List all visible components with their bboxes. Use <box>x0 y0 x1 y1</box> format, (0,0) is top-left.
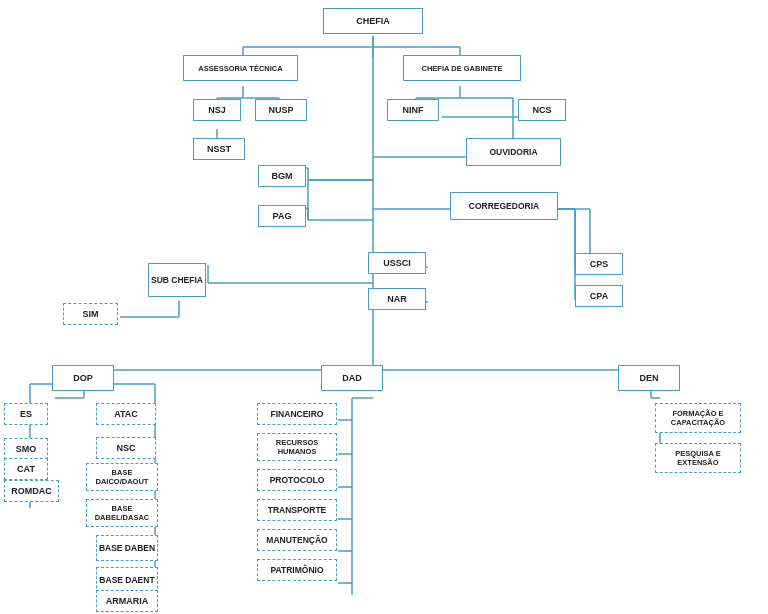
node-cat: CAT <box>4 458 48 480</box>
node-transporte: TRANSPORTE <box>257 499 337 521</box>
node-chefia_gab: CHEFIA DE GABINETE <box>403 55 521 81</box>
node-armaria: ARMARIA <box>96 590 158 612</box>
node-nar: NAR <box>368 288 426 310</box>
node-ouvidoria: OUVIDORIA <box>466 138 561 166</box>
node-base_dabel: BASE DABEL/DASAC <box>86 499 158 527</box>
node-corregedoria: CORREGEDORIA <box>450 192 558 220</box>
node-nsst: NSST <box>193 138 245 160</box>
node-dad: DAD <box>321 365 383 391</box>
node-ninf: NINF <box>387 99 439 121</box>
node-ncs: NCS <box>518 99 566 121</box>
node-sub_chefia: SUB CHEFIA <box>148 263 206 297</box>
node-ussci: USSCI <box>368 252 426 274</box>
node-protocolo: PROTOCOLO <box>257 469 337 491</box>
node-cps: CPS <box>575 253 623 275</box>
node-chefia: CHEFIA <box>323 8 423 34</box>
node-assessoria: ASSESSORIA TÉCNICA <box>183 55 298 81</box>
node-nsc: NSC <box>96 437 156 459</box>
node-bgm: BGM <box>258 165 306 187</box>
node-base_daben: BASE DABEN <box>96 535 158 561</box>
node-formacao: FORMAÇÃO E CAPACITAÇÃO <box>655 403 741 433</box>
node-smo: SMO <box>4 438 48 460</box>
node-rh: RECURSOS HUMANOS <box>257 433 337 461</box>
node-financeiro: FINANCEIRO <box>257 403 337 425</box>
node-romdac: ROMDAC <box>4 480 59 502</box>
node-cpa: CPA <box>575 285 623 307</box>
node-nusp: NUSP <box>255 99 307 121</box>
node-patrimonio: PATRIMÔNIO <box>257 559 337 581</box>
node-pag: PAG <box>258 205 306 227</box>
node-den: DEN <box>618 365 680 391</box>
node-es: ES <box>4 403 48 425</box>
node-manutencao: MANUTENÇÃO <box>257 529 337 551</box>
org-chart: CHEFIAASSESSORIA TÉCNICACHEFIA DE GABINE… <box>0 0 768 614</box>
node-pesquisa: PESQUISA E EXTENSÃO <box>655 443 741 473</box>
node-atac: ATAC <box>96 403 156 425</box>
node-base_daico: BASE DAICO/DAOUT <box>86 463 158 491</box>
node-nsj: NSJ <box>193 99 241 121</box>
node-sim: SIM <box>63 303 118 325</box>
node-dop: DOP <box>52 365 114 391</box>
